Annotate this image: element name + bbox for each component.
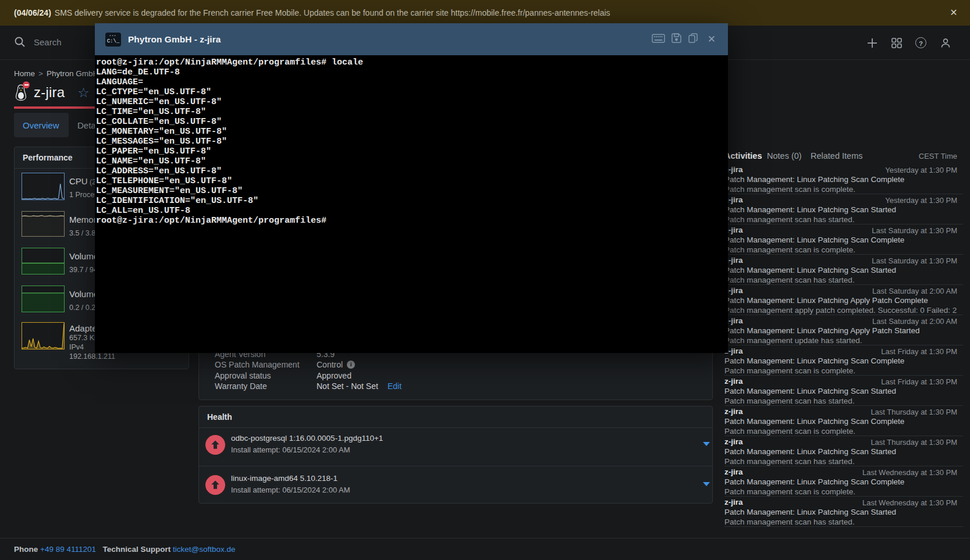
activity-divider xyxy=(724,284,963,285)
info-icon[interactable]: i xyxy=(347,361,355,369)
device-down-badge xyxy=(23,81,30,88)
patch-failed-icon xyxy=(205,435,225,455)
patch-name: linux-image-amd64 5.10.218-1 xyxy=(231,474,337,483)
activity-time: Last Friday at 1:30 PM xyxy=(881,377,957,386)
support-label: Technical Support xyxy=(103,545,171,554)
activity-time: Last Saturday at 1:30 PM xyxy=(872,226,957,235)
support-email-link[interactable]: ticket@softbox.de xyxy=(173,545,236,554)
activity-title: Patch Management: Linux Patching Scan Co… xyxy=(724,417,904,426)
edit-link[interactable]: Edit xyxy=(388,381,401,391)
apps-grid-icon[interactable] xyxy=(891,37,903,49)
activity-divider xyxy=(724,436,963,436)
terminal-line: LC_ALL=en_US.UTF-8 xyxy=(96,206,190,216)
perf-name-text: Volume xyxy=(69,251,98,261)
save-icon[interactable] xyxy=(671,33,682,46)
patch-attempt: Install attempt: 06/15/2024 2:00 AM xyxy=(231,486,350,494)
activity-time: Last Friday at 1:30 PM xyxy=(881,347,957,356)
terminal-line: LC_IDENTIFICATION="en_US.UTF-8" xyxy=(96,196,258,206)
details-value: Not Set - Not Set xyxy=(317,381,378,391)
activity-divider xyxy=(724,526,963,527)
terminal-line: LC_COLLATE="en_US.UTF-8" xyxy=(96,117,222,127)
terminal-line: root@z-jira:/opt/NinjaRMMAgent/programfi… xyxy=(96,216,326,226)
phone-label: Phone xyxy=(14,545,38,554)
activity-time: Last Wednesday at 1:30 PM xyxy=(862,468,957,477)
search-icon xyxy=(14,36,26,48)
health-card: Health odbc-postgresql 1:16.00.0005-1.pg… xyxy=(198,406,713,504)
virtual-keyboard-icon[interactable] xyxy=(652,33,665,46)
activity-divider xyxy=(724,345,963,345)
activity-device[interactable]: z-jira xyxy=(724,377,743,386)
activity-title: Patch Management: Linux Patching Scan St… xyxy=(724,508,896,516)
terminal-modal-header[interactable]: ••• C:\_ Phytron GmbH - z-jira ✕ xyxy=(95,23,728,55)
activity-device[interactable]: z-jira xyxy=(724,498,743,507)
global-search[interactable]: Search xyxy=(14,36,62,48)
tab-notes[interactable]: Notes (0) xyxy=(767,151,802,160)
phone-link[interactable]: +49 89 4111201 xyxy=(40,545,96,554)
activity-desc: Patch management scan is complete. xyxy=(724,366,855,375)
expand-caret-icon[interactable] xyxy=(703,442,710,446)
activity-desc: Patch management scan has started. xyxy=(724,276,855,284)
terminal-modal: ••• C:\_ Phytron GmbH - z-jira ✕ root@z-… xyxy=(95,23,728,353)
activity-device[interactable]: z-jira xyxy=(724,407,743,416)
activity-desc: Patch management scan has started. xyxy=(724,457,855,466)
activity-title: Patch Management: Linux Patching Scan St… xyxy=(724,205,896,214)
tab-activities[interactable]: Activities xyxy=(724,151,762,160)
perf-name-text: CPU xyxy=(69,176,88,186)
activity-divider xyxy=(724,194,963,194)
activity-title: Patch Management: Linux Patching Apply P… xyxy=(724,296,928,305)
tab-related-items[interactable]: Related Items xyxy=(811,151,862,160)
copy-icon[interactable] xyxy=(688,33,698,46)
activity-title: Patch Management: Linux Patching Scan St… xyxy=(724,387,896,395)
perf-item-sub: IPv4 xyxy=(69,343,84,351)
terminal-line: LC_NUMERIC="en_US.UTF-8" xyxy=(96,97,222,107)
terminal-line: LC_TIME="en_US.UTF-8" xyxy=(96,107,206,117)
tab-overview[interactable]: Overview xyxy=(23,120,59,130)
terminal-line: LC_PAPER="en_US.UTF-8" xyxy=(96,147,211,156)
breadcrumb-home[interactable]: Home xyxy=(14,69,35,78)
search-placeholder: Search xyxy=(34,37,62,47)
device-title: z-jira xyxy=(34,84,65,101)
activity-divider xyxy=(724,254,963,255)
activity-title: Patch Management: Linux Patching Apply P… xyxy=(724,326,919,335)
activity-title: Patch Management: Linux Patching Scan Co… xyxy=(724,236,904,244)
activity-desc: Patch management update has started. xyxy=(724,336,862,345)
activity-desc: Patch management apply patch completed. … xyxy=(724,306,957,315)
perf-chart-cpu-0 xyxy=(22,173,65,200)
activity-divider xyxy=(724,375,963,376)
banner-close-icon[interactable]: ✕ xyxy=(948,7,960,19)
activity-desc: Patch management scan has started. xyxy=(724,397,855,405)
perf-item-name: Volume xyxy=(69,289,98,299)
close-terminal-icon[interactable]: ✕ xyxy=(708,33,716,45)
activity-time: Yesterday at 1:30 PM xyxy=(885,166,957,174)
perf-item-name: Volume xyxy=(69,251,98,261)
terminal-line: LC_TELEPHONE="en_US.UTF-8" xyxy=(96,176,232,186)
user-icon[interactable] xyxy=(940,37,951,49)
banner-date: (04/06/24) xyxy=(14,8,51,17)
add-icon[interactable] xyxy=(866,37,878,49)
activity-title: Patch Management: Linux Patching Scan St… xyxy=(724,447,896,456)
help-icon[interactable]: ? xyxy=(915,37,927,49)
expand-caret-icon[interactable] xyxy=(703,482,710,486)
terminal-line: LC_ADDRESS="en_US.UTF-8" xyxy=(96,166,222,176)
details-value-text: Control xyxy=(317,360,343,369)
terminal-output[interactable]: root@z-jira:/opt/NinjaRMMAgent/programfi… xyxy=(95,55,728,353)
activity-device[interactable]: z-jira xyxy=(724,437,743,446)
details-value: Approved xyxy=(317,371,351,380)
perf-chart-volume-3 xyxy=(22,286,65,312)
activity-desc: Patch management scan is complete. xyxy=(724,427,855,436)
terminal-line: LC_MONETARY="en_US.UTF-8" xyxy=(96,127,227,137)
footer: Phone +49 89 4111201 Technical Support t… xyxy=(0,538,970,560)
activity-desc: Patch management scan has started. xyxy=(724,215,855,224)
details-label: OS Patch Management xyxy=(215,360,300,369)
terminal-line: LC_CTYPE="en_US.UTF-8" xyxy=(96,87,211,97)
perf-chart-memory-1 xyxy=(22,211,65,237)
activity-title: Patch Management: Linux Patching Scan Co… xyxy=(724,356,904,365)
favorite-star-icon[interactable]: ☆ xyxy=(77,85,90,101)
activity-divider xyxy=(724,315,963,315)
timezone-label: CEST Time xyxy=(919,152,957,160)
perf-chart-adapter-4 xyxy=(22,322,65,349)
details-label: Warranty Date xyxy=(215,381,267,391)
activity-divider xyxy=(724,496,963,497)
breadcrumb-current[interactable]: Phytron GmbH xyxy=(47,69,98,78)
activity-device[interactable]: z-jira xyxy=(724,468,743,476)
